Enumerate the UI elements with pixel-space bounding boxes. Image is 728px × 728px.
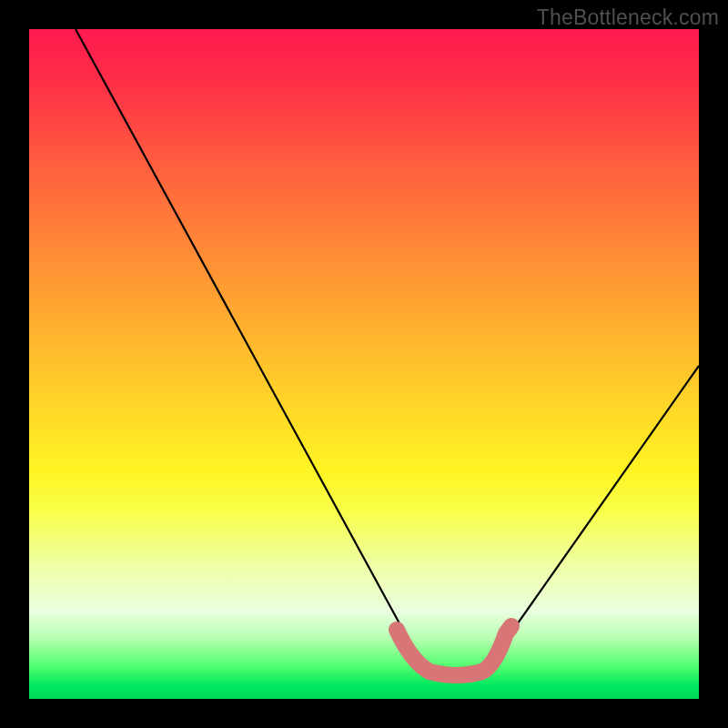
bottleneck-curve (76, 29, 699, 676)
plot-area (29, 29, 699, 699)
curve-layer (29, 29, 699, 699)
chart-frame: TheBottleneck.com (0, 0, 728, 728)
watermark-text: TheBottleneck.com (537, 5, 719, 30)
optimal-range-marker (397, 626, 511, 675)
